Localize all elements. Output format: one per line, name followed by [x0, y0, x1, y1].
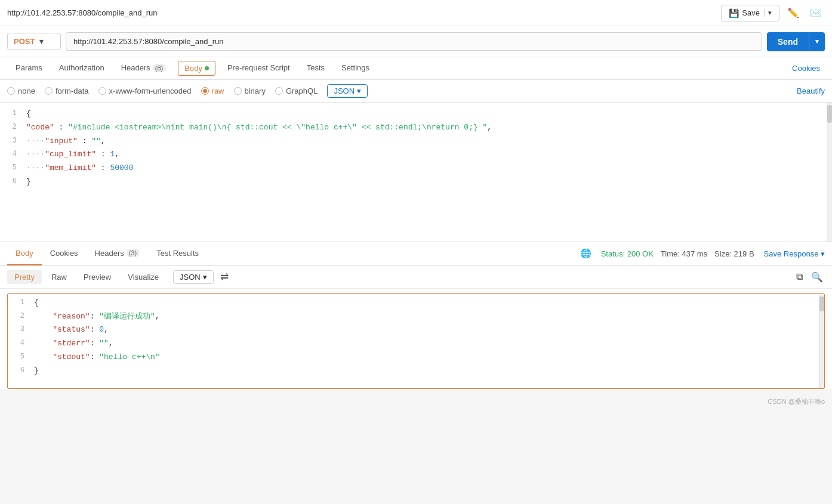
scrollbar-request[interactable] [827, 103, 832, 242]
tab-settings[interactable]: Settings [333, 57, 378, 79]
radio-raw [201, 87, 209, 95]
tab-body[interactable]: Body [178, 61, 215, 76]
wrap-icon[interactable]: ⇌ [218, 269, 230, 285]
resp-linenum-6: 6 [8, 365, 32, 376]
option-binary[interactable]: binary [234, 86, 266, 95]
option-raw[interactable]: raw [201, 86, 224, 95]
radio-graphql [275, 87, 283, 95]
title-actions: 💾 Save ▾ ✏️ ✉️ [721, 4, 825, 21]
beautify-button[interactable]: Beautify [797, 86, 825, 95]
req-linenum-5: 5 [0, 162, 24, 174]
request-code-editor[interactable]: 1 { 2 "code" : "#include <iostream>\nint… [0, 103, 832, 242]
req-line-6: 6 } [0, 175, 832, 189]
scrollbar-thumb [827, 105, 832, 123]
headers-badge: (8) [152, 64, 166, 72]
tab-tests[interactable]: Tests [298, 57, 333, 79]
edit-icon[interactable]: ✏️ [784, 4, 802, 21]
req-linenum-2: 2 [0, 122, 24, 133]
resp-line-1: 1 { [8, 296, 824, 310]
response-tabs-right: 🌐 Status: 200 OK Time: 437 ms Size: 219 … [580, 248, 825, 259]
url-input[interactable] [66, 32, 762, 51]
title-bar: http://101.42.253.57:8080/compile_and_ru… [0, 0, 832, 26]
req-line-4: 4 ····"cup_limit" : 1, [0, 148, 832, 162]
resp-json-button[interactable]: JSON ▾ [173, 270, 214, 284]
comment-icon[interactable]: ✉️ [807, 4, 825, 21]
format-visualize[interactable]: Visualize [121, 270, 166, 284]
resp-linenum-4: 4 [8, 338, 32, 349]
req-linenum-1: 1 [0, 108, 24, 119]
status-200: Status: 200 OK [601, 249, 654, 258]
resp-linenum-2: 2 [8, 311, 32, 322]
radio-form-data [45, 87, 53, 95]
cookies-button[interactable]: Cookies [792, 64, 820, 73]
search-icon[interactable]: 🔍 [809, 270, 825, 285]
save-arrow[interactable]: ▾ [764, 9, 772, 17]
response-code-area[interactable]: 1 { 2 "reason": "编译运行成功", 3 "status": 0,… [7, 293, 825, 389]
resp-tab-cookies[interactable]: Cookies [42, 242, 87, 265]
resp-tab-body[interactable]: Body [7, 242, 42, 265]
json-format-button[interactable]: JSON ▾ [327, 84, 368, 98]
scrollbar-resp-thumb [819, 296, 824, 311]
resp-tab-test-results[interactable]: Test Results [148, 242, 207, 265]
resp-linenum-3: 3 [8, 324, 32, 335]
option-url-encoded[interactable]: x-www-form-urlencoded [98, 86, 192, 95]
resp-tab-headers[interactable]: Headers(3) [87, 242, 149, 265]
radio-raw-inner [203, 89, 207, 93]
format-preview[interactable]: Preview [76, 270, 118, 284]
tab-authorization[interactable]: Authorization [51, 57, 113, 79]
radio-url-encoded [98, 87, 106, 95]
request-bar: POST ▾ Send ▾ [0, 26, 832, 57]
tab-pre-request[interactable]: Pre-request Script [219, 57, 298, 79]
body-options-left: none form-data x-www-form-urlencoded raw… [7, 84, 368, 98]
beautify-area: Beautify [797, 86, 825, 95]
format-pretty[interactable]: Pretty [7, 270, 42, 284]
response-format-right: ⧉ 🔍 [794, 270, 825, 285]
title-url: http://101.42.253.57:8080/compile_and_ru… [7, 8, 158, 17]
tabs-right: Cookies [792, 64, 825, 73]
size-label: Size: 219 B [714, 249, 754, 258]
resp-headers-badge: (3) [126, 249, 140, 257]
body-dot [205, 66, 209, 70]
format-raw[interactable]: Raw [44, 270, 74, 284]
method-select[interactable]: POST ▾ [7, 33, 61, 50]
response-format-left: Pretty Raw Preview Visualize JSON ▾ ⇌ [7, 269, 230, 285]
response-section: Body Cookies Headers(3) Test Results 🌐 S… [0, 242, 832, 389]
scrollbar-response[interactable] [819, 294, 824, 388]
send-label: Send [767, 32, 809, 51]
globe-icon: 🌐 [580, 248, 591, 259]
watermark-text: CSDN @桑榆非晚o [768, 398, 825, 405]
resp-line-5: 5 "stdout": "hello c++\n" [8, 351, 824, 364]
req-line-1: 1 { [0, 107, 832, 121]
save-response-button[interactable]: Save Response ▾ [764, 249, 825, 258]
tabs-left: Params Authorization Headers(8) Body Pre… [7, 57, 378, 79]
method-arrow: ▾ [39, 37, 44, 46]
option-form-data[interactable]: form-data [45, 86, 89, 95]
req-linenum-6: 6 [0, 176, 24, 187]
time-label: Time: 437 ms [661, 249, 707, 258]
save-label: Save [742, 8, 760, 17]
watermark-area: CSDN @桑榆非晚o [0, 394, 832, 410]
req-line-5: 5 ····"mem_limit" : 50000 [0, 162, 832, 175]
copy-icon[interactable]: ⧉ [794, 270, 805, 284]
send-arrow[interactable]: ▾ [809, 33, 825, 50]
resp-line-4: 4 "stderr": "", [8, 337, 824, 351]
json-arrow: ▾ [357, 86, 361, 95]
response-format-bar: Pretty Raw Preview Visualize JSON ▾ ⇌ ⧉ … [0, 266, 832, 289]
radio-none [7, 87, 15, 95]
send-button[interactable]: Send ▾ [767, 32, 825, 51]
tab-params[interactable]: Params [7, 57, 51, 79]
status-info: Status: 200 OK Time: 437 ms Size: 219 B [601, 249, 754, 258]
req-line-3: 3 ····"input" : "", [0, 135, 832, 149]
resp-line-2: 2 "reason": "编译运行成功", [8, 310, 824, 324]
resp-linenum-1: 1 [8, 297, 32, 308]
method-label: POST [14, 37, 35, 46]
req-line-2: 2 "code" : "#include <iostream>\nint mai… [0, 121, 832, 135]
response-tabs-bar: Body Cookies Headers(3) Test Results 🌐 S… [0, 242, 832, 266]
option-graphql[interactable]: GraphQL [275, 86, 318, 95]
radio-binary [234, 87, 242, 95]
option-none[interactable]: none [7, 86, 35, 95]
tab-headers[interactable]: Headers(8) [113, 57, 175, 79]
save-button[interactable]: 💾 Save ▾ [721, 5, 779, 21]
request-tabs-bar: Params Authorization Headers(8) Body Pre… [0, 57, 832, 80]
resp-line-3: 3 "status": 0, [8, 323, 824, 337]
